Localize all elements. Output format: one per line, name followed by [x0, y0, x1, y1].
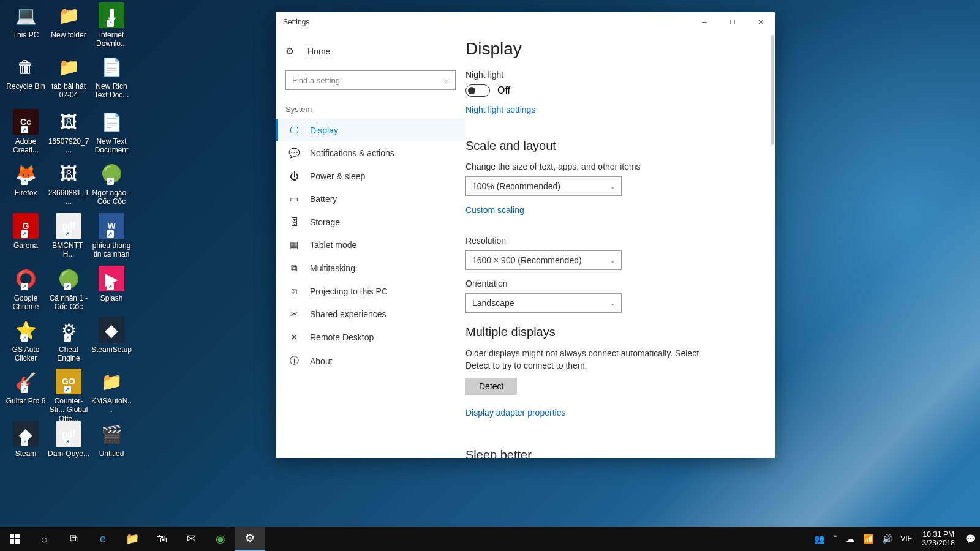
svg-rect-2	[10, 539, 14, 544]
sidebar-item-about[interactable]: ⓘAbout	[276, 349, 466, 373]
minimize-button[interactable]: ─	[690, 12, 718, 32]
text-size-label: Change the size of text, apps, and other…	[466, 162, 750, 171]
nav-icon: ✂	[288, 309, 300, 320]
nav-icon: ▦	[288, 239, 300, 250]
system-tray: 👥 ˄ ☁ 📶 🔊 VIE 10:31 PM 3/23/2018 💬	[810, 527, 980, 551]
search-input[interactable]	[292, 76, 444, 85]
nav-icon: ▭	[288, 193, 300, 204]
desktop-icon[interactable]: ⚙↗Cheat Engine	[48, 317, 89, 363]
nav-label: About	[310, 356, 333, 366]
multiple-displays-desc: Older displays might not always connect …	[466, 348, 710, 372]
desktop-icon[interactable]: 📁tab bài hát 02-04	[48, 54, 89, 100]
people-icon[interactable]: 👥	[810, 534, 829, 544]
task-view-button[interactable]: ⧉	[59, 527, 88, 551]
desktop-icon[interactable]: 📄New Rich Text Doc...	[91, 54, 132, 100]
night-light-toggle[interactable]	[466, 84, 490, 97]
nav-icon: 🖵	[288, 125, 300, 135]
orientation-dropdown[interactable]: Landscape ⌄	[466, 293, 622, 313]
desktop-icon[interactable]: 🎸↗Guitar Pro 6	[5, 369, 47, 405]
coccoc-button[interactable]: ◉	[206, 527, 235, 551]
desktop-icon[interactable]: ⭐↗GS Auto Clicker	[5, 317, 47, 363]
desktop-icon[interactable]: 🟢↗Cá nhân 1 - Cốc Cốc	[48, 266, 89, 312]
desktop-icon[interactable]: GO↗Counter-Str... Global Offe...	[48, 369, 89, 423]
desktop-icon[interactable]: 📄New Text Document	[91, 109, 132, 155]
resolution-label: Resolution	[466, 236, 750, 246]
sidebar-item-shared-experiences[interactable]: ✂Shared experiences	[276, 302, 466, 326]
edge-button[interactable]: e	[88, 527, 118, 551]
search-button[interactable]: ⌕	[29, 527, 59, 551]
settings-window: Settings ─ ☐ ✕ ⚙ Home ⌕ System 🖵Display💬…	[276, 12, 775, 458]
sidebar-item-tablet-mode[interactable]: ▦Tablet mode	[276, 233, 466, 257]
sidebar-item-storage[interactable]: 🗄Storage	[276, 211, 466, 233]
text-size-dropdown[interactable]: 100% (Recommended) ⌄	[466, 176, 622, 196]
sidebar-item-projecting-to-this-pc[interactable]: ⎚Projecting to this PC	[276, 280, 466, 302]
store-button[interactable]: 🛍	[147, 527, 176, 551]
nav-label: Multitasking	[310, 263, 355, 273]
desktop-icon[interactable]: 📁New folder	[48, 2, 89, 39]
desktop-icon[interactable]: 🦊↗Firefox	[5, 160, 47, 197]
onedrive-icon[interactable]: ☁	[842, 534, 859, 544]
desktop-icon[interactable]: ⭕↗Google Chrome	[5, 266, 47, 312]
sidebar-item-display[interactable]: 🖵Display	[276, 119, 466, 141]
night-light-settings-link[interactable]: Night light settings	[466, 105, 535, 114]
desktop-icon[interactable]: ◆↗Steam	[5, 421, 47, 458]
tray-chevron-icon[interactable]: ˄	[829, 534, 842, 544]
display-adapter-link[interactable]: Display adapter properties	[466, 408, 565, 418]
desktop-icon[interactable]: 💻This PC	[5, 2, 47, 39]
desktop-icon[interactable]: pdf↗Dam-Quye...	[48, 421, 89, 458]
desktop-icon[interactable]: 📁KMSAutoN...	[91, 369, 132, 414]
svg-rect-0	[10, 534, 14, 538]
search-icon: ⌕	[444, 76, 449, 85]
volume-icon[interactable]: 🔊	[878, 534, 897, 544]
sidebar-item-power-sleep[interactable]: ⏻Power & sleep	[276, 165, 466, 187]
home-nav[interactable]: ⚙ Home	[276, 39, 466, 63]
desktop-icon[interactable]: ◆SteamSetup	[91, 317, 132, 354]
action-center-icon[interactable]: 💬	[961, 534, 980, 544]
nav-label: Storage	[310, 217, 340, 227]
chevron-down-icon: ⌄	[610, 183, 615, 190]
nav-label: Remote Desktop	[310, 332, 374, 342]
nav-label: Display	[310, 126, 338, 135]
maximize-button[interactable]: ☐	[718, 12, 747, 32]
settings-taskbar-button[interactable]: ⚙	[235, 527, 265, 551]
night-light-state: Off	[497, 85, 510, 96]
desktop-icon[interactable]: ⬇↗Internet Downlo...	[91, 2, 132, 48]
titlebar: Settings ─ ☐ ✕	[276, 12, 775, 32]
desktop-icon[interactable]: 🗑Recycle Bin	[5, 54, 47, 91]
svg-rect-3	[15, 539, 20, 544]
custom-scaling-link[interactable]: Custom scaling	[466, 205, 524, 215]
chevron-down-icon: ⌄	[610, 257, 615, 264]
search-box[interactable]: ⌕	[285, 70, 456, 90]
svg-rect-1	[15, 534, 20, 538]
desktop-icon[interactable]: Cc↗Adobe Creati...	[5, 109, 47, 155]
mail-button[interactable]: ✉	[176, 527, 206, 551]
start-button[interactable]	[0, 527, 29, 551]
sidebar-item-notifications-actions[interactable]: 💬Notifications & actions	[276, 141, 466, 165]
language-indicator[interactable]: VIE	[897, 534, 916, 543]
sidebar-item-remote-desktop[interactable]: ✕Remote Desktop	[276, 326, 466, 349]
desktop-icon[interactable]: ▶↗Splash	[91, 266, 132, 302]
desktop-icon[interactable]: W↗phieu thong tin ca nhan	[91, 213, 132, 259]
desktop-icon[interactable]: 🖼16507920_7...	[48, 109, 89, 155]
nav-icon: ✕	[288, 332, 300, 343]
scrollbar[interactable]	[767, 32, 775, 458]
wifi-icon[interactable]: 📶	[859, 534, 878, 544]
nav-icon: ⧉	[288, 263, 300, 274]
multiple-displays-heading: Multiple displays	[466, 325, 750, 339]
detect-button[interactable]: Detect	[466, 378, 517, 395]
desktop-icon[interactable]: 🖼28660881_1...	[48, 160, 89, 206]
sidebar-item-multitasking[interactable]: ⧉Multitasking	[276, 257, 466, 280]
desktop-icon[interactable]: pdf↗BMCNTT-H...	[48, 213, 89, 259]
desktop-icon[interactable]: 🟢↗Ngọt ngào - Cốc Cốc	[91, 160, 132, 206]
clock[interactable]: 10:31 PM 3/23/2018	[916, 530, 961, 548]
resolution-dropdown[interactable]: 980 × 551 (Recommended) ⌄	[466, 250, 622, 270]
close-button[interactable]: ✕	[747, 12, 775, 32]
settings-sidebar: ⚙ Home ⌕ System 🖵Display💬Notifications &…	[276, 32, 466, 458]
sidebar-item-battery[interactable]: ▭Battery	[276, 187, 466, 211]
explorer-button[interactable]: 📁	[118, 527, 147, 551]
desktop-icon[interactable]: G↗Garena	[5, 213, 47, 250]
nav-label: Notifications & actions	[310, 148, 394, 158]
nav-label: Tablet mode	[310, 240, 356, 250]
desktop-icon[interactable]: 🎬Untitled	[91, 421, 132, 458]
orientation-label: Orientation	[466, 279, 750, 288]
